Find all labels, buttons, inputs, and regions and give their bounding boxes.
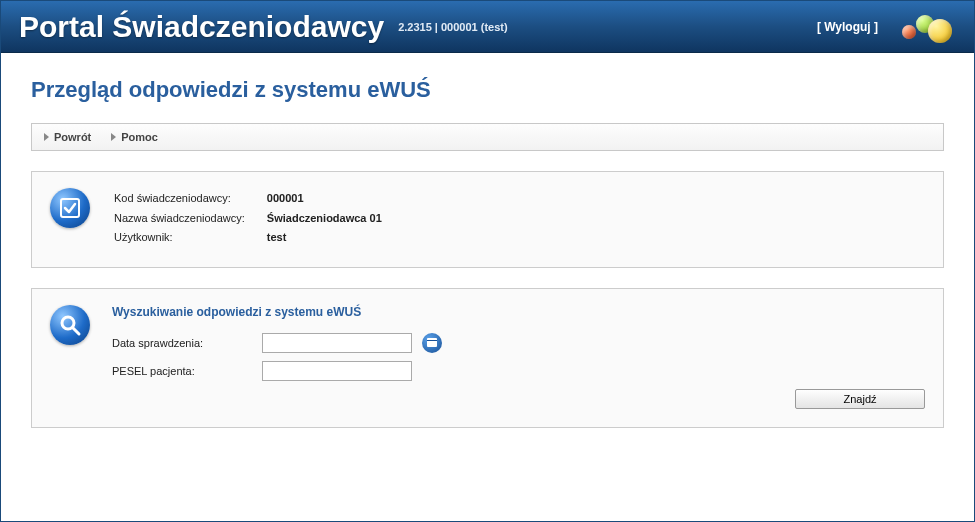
chevron-right-icon (44, 133, 49, 141)
calendar-button[interactable] (422, 333, 442, 353)
provider-code-value: 000001 (255, 190, 390, 208)
date-input[interactable] (262, 333, 412, 353)
app-header: Portal Świadczeniodawcy 2.2315 | 000001 … (1, 1, 974, 53)
provider-name-value: Świadczeniodawca 01 (255, 210, 390, 228)
pesel-label: PESEL pacjenta: (112, 365, 262, 377)
svg-line-2 (73, 328, 79, 334)
search-title: Wyszukiwanie odpowiedzi z systemu eWUŚ (112, 305, 925, 319)
date-label: Data sprawdzenia: (112, 337, 262, 349)
search-panel: Wyszukiwanie odpowiedzi z systemu eWUŚ D… (31, 288, 944, 428)
help-button[interactable]: Pomoc (111, 131, 158, 143)
user-value: test (255, 229, 390, 247)
orb-red-icon (902, 25, 916, 39)
app-version: 2.2315 | 000001 (test) (398, 21, 507, 33)
check-doc-icon (50, 188, 90, 228)
svg-rect-0 (61, 199, 79, 217)
breadcrumb-toolbar: Powrót Pomoc (31, 123, 944, 151)
back-button[interactable]: Powrót (44, 131, 91, 143)
app-title: Portal Świadczeniodawcy (19, 10, 384, 44)
provider-code-label: Kod świadczeniodawcy: (114, 190, 253, 208)
calendar-icon (427, 338, 437, 347)
provider-details: Kod świadczeniodawcy: 000001 Nazwa świad… (112, 188, 392, 249)
magnifier-icon (50, 305, 90, 345)
chevron-right-icon (111, 133, 116, 141)
page-title: Przegląd odpowiedzi z systemu eWUŚ (31, 77, 944, 103)
search-button[interactable]: Znajdź (795, 389, 925, 409)
back-label: Powrót (54, 131, 91, 143)
provider-name-label: Nazwa świadczeniodawcy: (114, 210, 253, 228)
header-logo-orbs (898, 9, 956, 45)
help-label: Pomoc (121, 131, 158, 143)
user-label: Użytkownik: (114, 229, 253, 247)
provider-info-panel: Kod świadczeniodawcy: 000001 Nazwa świad… (31, 171, 944, 268)
logout-link[interactable]: [ Wyloguj ] (817, 20, 878, 34)
pesel-input[interactable] (262, 361, 412, 381)
orb-yellow-icon (928, 19, 952, 43)
